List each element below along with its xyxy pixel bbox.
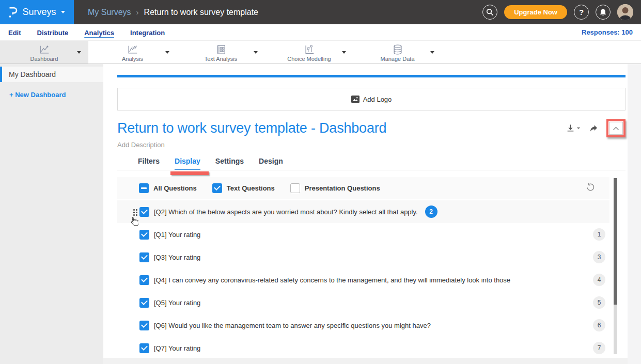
filter-checkbox[interactable]: [139, 183, 149, 193]
dashboard-tabs: Filters Display Settings Design: [117, 157, 626, 170]
question-checkbox[interactable]: [139, 298, 149, 308]
download-button[interactable]: [566, 124, 581, 133]
question-checkbox[interactable]: [139, 230, 149, 240]
tab[interactable]: Design: [259, 157, 283, 170]
drag-handle-icon[interactable]: [133, 209, 137, 215]
question-row[interactable]: [Q7] Your rating 7 7: [117, 337, 609, 359]
share-button[interactable]: [589, 124, 598, 133]
database-icon: [392, 44, 403, 55]
chevron-down-icon[interactable]: [254, 51, 258, 54]
reset-button[interactable]: [586, 183, 595, 194]
question-order-badge: 2: [425, 205, 437, 218]
filter-label: Presentation Questions: [305, 184, 380, 192]
question-label: [Q3] Your rating: [154, 254, 200, 261]
chevron-down-icon[interactable]: [165, 51, 169, 54]
question-list: [Q2] Which of the below aspects are you …: [117, 200, 609, 359]
add-logo-button[interactable]: Add Logo: [117, 88, 626, 110]
toolbar-item[interactable]: Dashboard: [0, 41, 88, 64]
hand-cursor-icon: [129, 216, 138, 227]
toolbar-item[interactable]: Analysis: [88, 41, 177, 64]
question-checkbox[interactable]: [139, 321, 149, 330]
page-title: Return to work survey template - Dashboa…: [117, 120, 386, 136]
question-row[interactable]: [Q2] Which of the below aspects are you …: [117, 200, 609, 223]
filter-checkbox[interactable]: [290, 183, 300, 193]
nav-tab-edit[interactable]: Edit: [8, 28, 21, 37]
tab-label: Settings: [215, 157, 244, 165]
header-actions: Upgrade Now ?: [482, 4, 641, 20]
user-avatar[interactable]: [617, 4, 633, 20]
tab[interactable]: Filters: [138, 157, 160, 170]
scrollbar-thumb[interactable]: [614, 178, 617, 305]
filter-label: All Questions: [153, 184, 197, 192]
question-filter-bar: All Questions Text Questions Presentatio…: [117, 177, 609, 199]
chevron-down-icon: [577, 128, 580, 130]
sidebar-item-my-dashboard[interactable]: My Dashboard: [0, 67, 103, 82]
question-checkbox[interactable]: [139, 275, 149, 285]
tab[interactable]: Settings: [215, 157, 244, 170]
analytics-toolbar: Dashboard Analysis Text Analysis Choice …: [0, 41, 641, 64]
question-row[interactable]: [Q5] Your rating 5 5: [117, 291, 609, 314]
upgrade-now-button[interactable]: Upgrade Now: [504, 5, 567, 19]
filter-option[interactable]: All Questions: [139, 183, 197, 193]
tab-label: Design: [259, 157, 283, 165]
question-order-badge: 6: [593, 319, 605, 331]
question-row[interactable]: [Q1] Your rating 1 1: [117, 223, 609, 246]
collapse-header-button[interactable]: [609, 122, 623, 135]
question-checkbox[interactable]: [139, 343, 149, 353]
product-name: Surveys: [22, 7, 56, 18]
line-chart-icon: [39, 44, 50, 55]
dashboard-card: Add Logo Return to work survey template …: [117, 75, 626, 359]
page-gutter: [628, 64, 641, 364]
breadcrumb-my-surveys[interactable]: My Surveys: [88, 8, 131, 17]
image-icon: [351, 96, 359, 103]
question-row[interactable]: [Q4] I can convey any coronavirus-relate…: [117, 268, 609, 291]
download-icon: [566, 124, 575, 133]
search-button[interactable]: [482, 5, 497, 20]
question-label: [Q4] I can convey any coronavirus-relate…: [154, 276, 510, 284]
question-label: [Q2] Which of the below aspects are you …: [154, 208, 418, 216]
title-actions: [566, 119, 626, 137]
chevron-down-icon[interactable]: [342, 51, 346, 54]
chevron-down-icon[interactable]: [77, 51, 81, 54]
top-header: Surveys My Surveys › Return to work surv…: [0, 0, 641, 24]
nav-tab-distribute[interactable]: Distribute: [37, 28, 69, 37]
toolbar-item[interactable]: Choice Modelling: [265, 41, 353, 64]
question-order-badge: 4: [593, 274, 605, 286]
nav-tab-integration[interactable]: Integration: [130, 28, 165, 37]
question-row[interactable]: [Q6] Would you like the management team …: [117, 314, 609, 337]
question-checkbox[interactable]: [139, 207, 149, 217]
new-dashboard-link[interactable]: + New Dashboard: [9, 91, 103, 99]
question-checkbox[interactable]: [139, 252, 149, 262]
notifications-button[interactable]: [596, 5, 611, 20]
toolbar-item[interactable]: Manage Data: [353, 41, 442, 64]
add-logo-label: Add Logo: [363, 96, 392, 103]
filter-checkbox[interactable]: [212, 183, 222, 193]
question-order-badge: 5: [593, 296, 605, 309]
toolbar-item-label: Text Analysis: [205, 56, 238, 62]
question-row[interactable]: [Q3] Your rating 3 3: [117, 246, 609, 268]
questionpro-logo-icon: [9, 7, 18, 18]
question-label: [Q7] Your rating: [154, 344, 200, 352]
nav-tab-analytics[interactable]: Analytics: [84, 28, 114, 37]
filter-option[interactable]: Text Questions: [212, 183, 275, 193]
question-label: [Q1] Your rating: [154, 231, 200, 239]
tab[interactable]: Display: [175, 157, 200, 170]
chevron-down-icon[interactable]: [430, 51, 434, 54]
app-window: Surveys My Surveys › Return to work surv…: [0, 0, 641, 364]
breadcrumb-separator: ›: [136, 8, 139, 17]
dashboard-sidebar: My Dashboard + New Dashboard: [0, 64, 103, 364]
chevron-down-icon: [61, 11, 65, 13]
question-order-badge: 1: [593, 228, 605, 241]
add-description-field[interactable]: Add Description: [117, 141, 626, 149]
question-label: [Q6] Would you like the management team …: [154, 322, 431, 329]
filter-option[interactable]: Presentation Questions: [290, 183, 380, 193]
area-chart-icon: [127, 44, 138, 55]
toolbar-item-label: Dashboard: [30, 56, 58, 62]
scrollbar-track[interactable]: [614, 305, 617, 354]
toolbar-item[interactable]: Text Analysis: [177, 41, 265, 64]
help-button[interactable]: ?: [574, 5, 589, 20]
product-switcher[interactable]: Surveys: [0, 0, 74, 24]
question-mark-icon: ?: [579, 8, 584, 17]
breadcrumb: My Surveys › Return to work survey templ…: [88, 8, 258, 17]
tab-label: Filters: [138, 157, 160, 165]
